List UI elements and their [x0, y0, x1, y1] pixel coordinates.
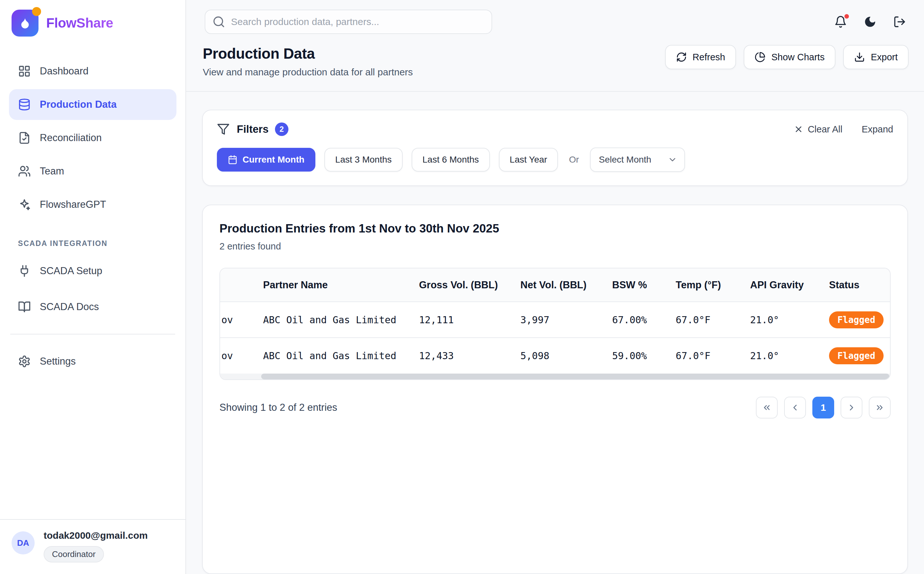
showing-entries-text: Showing 1 to 2 of 2 entries [220, 402, 337, 413]
filter-label: Last 3 Months [335, 155, 392, 165]
column-status: Status [826, 268, 890, 302]
cell-gross: 12,433 [416, 337, 517, 374]
sidebar-item-settings[interactable]: Settings [9, 346, 177, 377]
scada-section-label: SCADA INTEGRATION [18, 239, 185, 248]
export-label: Export [871, 52, 898, 63]
calendar-icon [228, 155, 237, 164]
primary-nav: Dashboard Production Data Reconciliation… [0, 53, 185, 222]
sidebar-item-label: Dashboard [40, 65, 88, 77]
next-page-button[interactable] [840, 397, 862, 418]
notification-dot [844, 14, 849, 19]
droplet-icon [19, 17, 32, 30]
table-header-row: Partner Name Gross Vol. (BBL) Net Vol. (… [220, 268, 890, 302]
sidebar: FlowShare Dashboard Production Data Reco… [0, 0, 186, 574]
sidebar-item-label: SCADA Docs [40, 301, 99, 313]
cell-bsw: 67.00% [609, 302, 673, 337]
sidebar-item-label: SCADA Setup [40, 265, 102, 277]
clear-all-button[interactable]: Clear All [794, 124, 842, 135]
theme-toggle-button[interactable] [864, 16, 877, 28]
refresh-button[interactable]: Refresh [665, 45, 736, 69]
column-net-vol: Net Vol. (BBL) [517, 268, 609, 302]
brand-name: FlowShare [46, 16, 113, 31]
expand-filters-button[interactable]: Expand [862, 124, 893, 135]
table-row[interactable]: ov ABC Oil and Gas Limited 12,111 3,997 … [220, 302, 890, 337]
sidebar-item-scada-setup[interactable]: SCADA Setup [9, 255, 177, 286]
app-root: FlowShare Dashboard Production Data Reco… [0, 0, 924, 574]
topbar-actions [834, 16, 908, 28]
page-header: Production Data View and manage producti… [203, 45, 908, 91]
cell-partner: ABC Oil and Gas Limited [260, 302, 416, 337]
page-number-button[interactable]: 1 [812, 397, 834, 418]
search-input[interactable] [205, 9, 492, 34]
plug-icon [18, 265, 31, 278]
main-header: Production Data View and manage producti… [186, 0, 924, 92]
expand-label: Expand [862, 124, 893, 135]
user-section[interactable]: DA todak2000@gmail.com Coordinator [0, 519, 185, 574]
topbar [203, 9, 908, 34]
user-email: todak2000@gmail.com [44, 530, 148, 541]
sidebar-item-flowsharegpt[interactable]: FlowshareGPT [9, 189, 177, 220]
chevron-left-icon [790, 403, 800, 412]
notifications-button[interactable] [834, 16, 847, 28]
people-icon [18, 165, 31, 178]
cell-status: Flagged [826, 337, 890, 374]
book-icon [18, 300, 31, 313]
cell-bsw: 59.00% [609, 337, 673, 374]
show-charts-button[interactable]: Show Charts [744, 45, 836, 69]
sidebar-item-reconciliation[interactable]: Reconciliation [9, 123, 177, 153]
sidebar-item-scada-docs[interactable]: SCADA Docs [9, 292, 177, 322]
filter-last-3-months[interactable]: Last 3 Months [324, 148, 403, 172]
sidebar-divider [10, 334, 175, 334]
sidebar-item-team[interactable]: Team [9, 156, 177, 187]
database-icon [18, 98, 31, 111]
gear-icon [18, 355, 31, 368]
logout-icon [893, 16, 906, 28]
sparkle-icon [18, 198, 31, 211]
sidebar-item-production-data[interactable]: Production Data [9, 89, 177, 120]
cell-temp: 67.0°F [673, 302, 747, 337]
first-page-button[interactable] [756, 397, 778, 418]
refresh-icon [676, 52, 687, 63]
logout-button[interactable] [893, 16, 906, 28]
sidebar-item-label: Team [40, 166, 64, 177]
cell-api: 21.0° [747, 302, 826, 337]
chevron-down-icon [668, 155, 677, 164]
filters-card: Filters 2 Clear All Expand [202, 110, 908, 186]
month-select[interactable]: Select Month [590, 148, 685, 172]
table-row[interactable]: ov ABC Oil and Gas Limited 12,433 5,098 … [220, 337, 890, 374]
filter-last-year[interactable]: Last Year [499, 148, 558, 172]
cell-date: ov [220, 337, 260, 374]
dashboard-icon [18, 65, 31, 77]
status-badge: Flagged [829, 347, 884, 364]
sidebar-item-dashboard[interactable]: Dashboard [9, 56, 177, 87]
filter-last-6-months[interactable]: Last 6 Months [412, 148, 490, 172]
production-entries-card: Production Entries from 1st Nov to 30th … [202, 205, 908, 574]
filter-quick-options: Current Month Last 3 Months Last 6 Month… [217, 148, 893, 172]
production-table: Partner Name Gross Vol. (BBL) Net Vol. (… [220, 268, 891, 380]
filter-label: Last Year [510, 155, 547, 165]
filter-label: Current Month [243, 155, 305, 165]
main-area: Production Data View and manage producti… [186, 0, 924, 574]
export-button[interactable]: Export [843, 45, 908, 69]
cell-gross: 12,111 [416, 302, 517, 337]
prev-page-button[interactable] [784, 397, 806, 418]
month-select-value: Select Month [599, 155, 651, 165]
user-role-badge: Coordinator [44, 546, 104, 563]
brand: FlowShare [0, 0, 185, 43]
column-api-gravity: API Gravity [747, 268, 826, 302]
scrollbar-thumb[interactable] [261, 374, 889, 379]
sidebar-item-label: Production Data [40, 99, 117, 110]
column-date [220, 268, 260, 302]
avatar: DA [11, 531, 35, 554]
header-buttons: Refresh Show Charts Export [665, 45, 908, 69]
cell-partner: ABC Oil and Gas Limited [260, 337, 416, 374]
download-icon [854, 52, 865, 63]
status-badge: Flagged [829, 311, 884, 328]
last-page-button[interactable] [869, 397, 891, 418]
pie-chart-icon [755, 52, 766, 63]
double-chevron-right-icon [875, 403, 885, 412]
filter-current-month[interactable]: Current Month [217, 148, 315, 172]
horizontal-scrollbar[interactable] [220, 374, 890, 379]
column-gross-vol: Gross Vol. (BBL) [416, 268, 517, 302]
filter-label: Last 6 Months [423, 155, 479, 165]
